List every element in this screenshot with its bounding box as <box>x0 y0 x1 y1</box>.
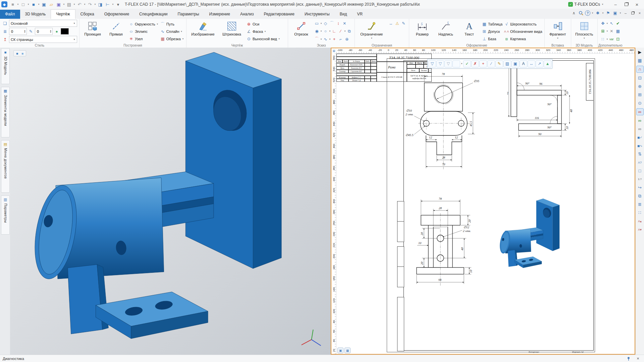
callout-view-button[interactable]: ⊙Выносной вид▾ <box>246 36 286 42</box>
pen-spinner[interactable]: 0▲▼ <box>35 28 53 35</box>
text-button[interactable]: A Текст <box>458 20 480 37</box>
page-scale-icon[interactable]: 1:? <box>637 176 643 182</box>
doc-minimize-button[interactable]: – <box>623 10 629 16</box>
dropdown-arrow-icon[interactable]: ▾ <box>73 3 75 6</box>
path-button[interactable]: ⌒Путь <box>160 21 184 27</box>
layout-icon[interactable]: ▣ <box>612 10 618 16</box>
dropdown-arrow-icon[interactable]: ▾ <box>38 3 40 6</box>
add-page-icon[interactable]: ▣ <box>337 348 343 353</box>
restore-button[interactable] <box>621 1 631 8</box>
scene-cube2-icon[interactable]: ■ <box>20 51 25 56</box>
point-icon[interactable]: + <box>331 36 337 42</box>
tab-assembly[interactable]: Сборка <box>75 10 99 19</box>
close-button[interactable]: × <box>632 1 642 8</box>
search-icon[interactable] <box>578 10 584 16</box>
dropdown-arrow-icon[interactable]: ▾ <box>320 38 322 41</box>
selection-history-icon[interactable]: ⊢ <box>104 1 111 8</box>
projection-button[interactable]: Проекция <box>82 20 104 37</box>
fragment-add-icon[interactable]: ⊞ <box>600 28 606 35</box>
ribbon-collapse-icon[interactable]: ∧ <box>571 10 577 16</box>
coordinate-system-select[interactable]: СК страницы▾ <box>9 36 77 43</box>
selection-filter-icon[interactable]: ▽ <box>428 60 436 67</box>
gear-icon[interactable]: ✱ <box>595 10 601 16</box>
vertical-dim-icon[interactable]: ↕ <box>335 20 341 26</box>
table-button[interactable]: ▦Таблица <box>482 21 502 27</box>
view-label-button[interactable]: А АОбозначение вида <box>504 28 542 35</box>
zoom-dynamic-icon[interactable]: ⊕ <box>637 83 643 89</box>
variables-icon[interactable]: var <box>608 36 615 42</box>
image-button[interactable]: Изображение <box>189 20 217 37</box>
scroll-right-icon[interactable]: ▶ <box>637 49 643 55</box>
fragment-button[interactable]: Фрагмент▾ <box>547 20 569 40</box>
minimize-button[interactable]: – <box>610 1 621 8</box>
dropdown-arrow-icon[interactable]: ▾ <box>94 3 96 6</box>
picture-button[interactable]: ⧈Картинка <box>504 36 542 42</box>
3d-part[interactable] <box>10 48 331 355</box>
redo-icon[interactable]: ↷ <box>87 1 93 8</box>
sketch-icon[interactable]: ✎ <box>495 60 503 67</box>
close-panel-icon[interactable]: × <box>635 355 641 362</box>
snap-magnet-icon[interactable]: ∩ <box>636 66 644 73</box>
arc-3pt-icon[interactable]: ⌒ <box>329 20 335 26</box>
tab-annotation[interactable]: Оформление <box>99 10 134 19</box>
page-setup-icon[interactable]: ↪ <box>637 184 643 191</box>
zoom-all-icon[interactable]: ⊙ <box>637 100 643 106</box>
array-icon[interactable]: ∷ <box>600 36 606 42</box>
scene-cube-icon[interactable]: ■ <box>15 51 19 56</box>
mirror-icon[interactable]: ⧉ <box>346 28 353 35</box>
circle-icon[interactable]: ◉ <box>314 28 320 35</box>
section-view-icon[interactable]: ⇅ <box>637 151 643 157</box>
font-increase-icon[interactable]: A▴ <box>637 218 643 224</box>
constraint-notes-icon[interactable]: ✎ <box>400 20 407 26</box>
view-elements-icon[interactable]: ∞ <box>637 126 643 132</box>
style-select[interactable]: Основной▾ <box>9 20 77 27</box>
dropdown-arrow-icon[interactable]: ▾ <box>63 3 65 6</box>
tab-file[interactable]: Файл <box>0 10 20 19</box>
dropdown-arrow-icon[interactable]: ▾ <box>320 22 322 25</box>
copy-special-icon[interactable]: ⊡ <box>615 36 621 42</box>
tab-drawing[interactable]: Чертёж <box>51 9 75 19</box>
fragment-transform-icon[interactable]: ✥ <box>600 20 606 26</box>
hatch-icon[interactable]: ▨ <box>503 60 511 67</box>
regenerate-model-icon[interactable]: ◼∿ <box>637 142 643 149</box>
layer-spinner[interactable]: 0▲▼ <box>9 28 27 35</box>
spline-sketch-icon[interactable]: ∿ <box>322 36 329 42</box>
roughness-button[interactable]: √Шероховатость <box>504 21 542 27</box>
dropdown-arrow-icon[interactable]: ▾ <box>344 30 346 33</box>
app-logo-icon[interactable]: ◆ <box>1 1 7 7</box>
dropdown-arrow-icon[interactable]: ▾ <box>606 22 608 25</box>
dimension-icon[interactable]: ↔ <box>528 60 535 67</box>
hide-elements-icon[interactable]: ∞ <box>636 108 644 115</box>
datum-button[interactable]: ⊥База <box>482 36 502 42</box>
constraint-button[interactable]: Ограничение▾ <box>357 20 386 40</box>
sidebar-tab-parameters[interactable]: ▥ Параметры <box>1 195 10 235</box>
filter-window-icon[interactable]: ▽ <box>436 60 444 67</box>
constraint-warning-icon[interactable]: ⚠ <box>394 20 400 26</box>
dropdown-arrow-icon[interactable]: ▾ <box>606 38 608 41</box>
smart-cursor-icon[interactable]: ↖ <box>608 20 615 26</box>
dropdown-arrow-icon[interactable]: ▾ <box>112 3 114 6</box>
tab-analysis[interactable]: Анализ <box>235 10 259 19</box>
auto-dimension-icon[interactable]: ↔ <box>388 20 394 26</box>
plane-button[interactable]: Плоскость▾ <box>573 20 595 40</box>
ellipse-button[interactable]: ○Эллипс <box>128 28 159 35</box>
tab-vr[interactable]: VR <box>352 10 368 19</box>
tab-editing[interactable]: Редактирование <box>259 10 299 19</box>
sheet-tabs-icon[interactable]: ▦ <box>637 57 643 64</box>
spline-button[interactable]: ∿Сплайн▾ <box>160 28 184 35</box>
chevron-down-icon[interactable]: ▾ <box>591 12 594 14</box>
horizontal-ruler[interactable]: -100-80-60-40-20020406080100120140160180… <box>336 48 635 54</box>
trim-button[interactable]: ▦Обрезка▾ <box>160 36 184 42</box>
scene-widget[interactable]: ■ ■ <box>13 50 26 56</box>
flag-icon[interactable]: ⚑ <box>605 10 611 16</box>
tab-tools[interactable]: Инструменты <box>300 10 335 19</box>
offset-icon[interactable]: ⌐ <box>337 36 344 42</box>
note-button[interactable]: 5 Надпись <box>435 20 457 37</box>
shade-check-icon[interactable]: ◼✓ <box>637 134 643 140</box>
font-decrease-icon[interactable]: A▾ <box>637 226 643 233</box>
chamfer-button[interactable]: ∠Фаска▾ <box>246 28 286 35</box>
vertical-ruler[interactable]: 5605405205004804604404204003803603403203… <box>331 54 336 354</box>
line-2pt-icon[interactable]: ∕ <box>337 28 344 35</box>
text-icon[interactable]: A <box>520 60 527 67</box>
node-button[interactable]: ✳Узел <box>128 36 159 42</box>
